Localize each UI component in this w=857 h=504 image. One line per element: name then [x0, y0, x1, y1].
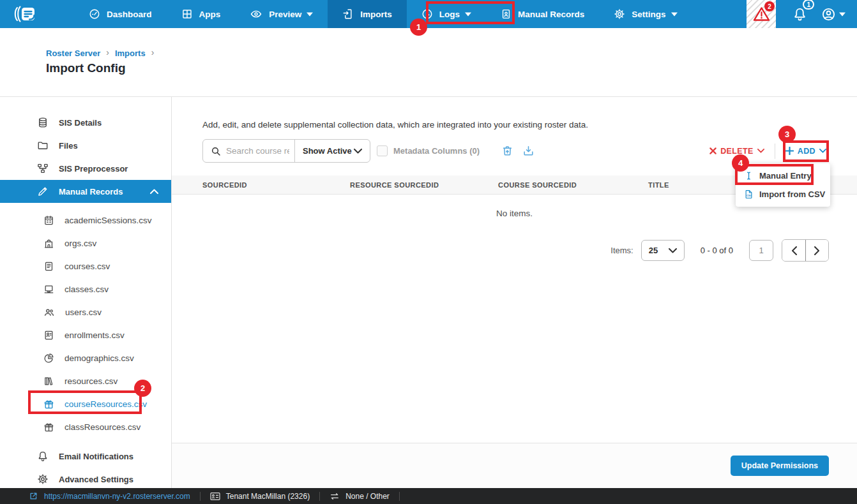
user-avatar-icon	[821, 7, 836, 22]
sidebar-item-courseresources-csv[interactable]: courseResources.csv	[0, 392, 171, 415]
sidebar: SIS Details Files SIS Preprocessor	[0, 97, 172, 488]
caret-down-icon	[671, 12, 678, 17]
primary-nav: Dashboard Apps Preview	[74, 0, 692, 28]
nav-apps[interactable]: Apps	[167, 0, 236, 28]
nav-settings[interactable]: Settings	[599, 0, 692, 28]
bell-icon	[37, 450, 49, 462]
nav-dashboard-label: Dashboard	[107, 10, 152, 19]
main-panel: Add, edit, and delete supplemental colle…	[172, 97, 857, 488]
text-cursor-icon	[744, 170, 754, 181]
nav-settings-label: Settings	[632, 10, 665, 19]
sidebar-label: academicSessions.csv	[64, 216, 152, 225]
chevron-right-icon	[814, 246, 820, 255]
col-header-sourcedid[interactable]: SOURCEDID	[202, 181, 350, 189]
metadata-columns-checkbox-row[interactable]: Metadata Columns (0)	[377, 145, 480, 156]
import-download-icon	[522, 145, 535, 157]
calendar-icon	[43, 215, 54, 226]
update-permissions-button[interactable]: Update Permissions	[731, 456, 829, 476]
tenant-url-link[interactable]: https://macmillanvn-ny-v2.rosterserver.c…	[44, 492, 190, 501]
books-icon	[43, 376, 54, 387]
col-header-course-sourcedid[interactable]: COURSE SOURCEDID	[498, 181, 648, 189]
manual-records-file-list: academicSessions.csv orgs.csv courses.cs…	[0, 209, 171, 438]
sidebar-item-resources-csv[interactable]: resources.csv	[0, 369, 171, 392]
next-page-button[interactable]	[805, 240, 828, 261]
chevron-down-icon	[757, 149, 764, 153]
pagination: Items: 25 0 - 0 of 0	[172, 239, 857, 262]
nav-manual-records[interactable]: Manual Records	[486, 0, 599, 28]
nav-logs-label: Logs	[439, 10, 460, 19]
sidebar-label: orgs.csv	[64, 239, 96, 248]
sidebar-item-classresources-csv[interactable]: classResources.csv	[0, 415, 171, 438]
sidebar-item-files[interactable]: Files	[0, 134, 171, 157]
app-logo[interactable]	[0, 0, 50, 28]
account-menu-button[interactable]	[815, 0, 857, 28]
sidebar-label: classes.csv	[64, 285, 109, 294]
sidebar-item-demographics-csv[interactable]: demographics.csv	[0, 346, 171, 369]
warnings-button[interactable]: 2	[747, 0, 776, 28]
show-active-select[interactable]: Show Active	[294, 140, 370, 162]
metadata-columns-checkbox[interactable]	[377, 145, 388, 156]
delete-button[interactable]: DELETE	[709, 147, 764, 156]
statusbar-divider	[399, 492, 400, 501]
sidebar-item-orgs-csv[interactable]: orgs.csv	[0, 232, 171, 255]
status-bar: https://macmillanvn-ny-v2.rosterserver.c…	[0, 488, 857, 504]
page-size-select[interactable]: 25	[641, 240, 685, 261]
menu-item-manual-entry[interactable]: Manual Entry	[736, 167, 830, 185]
notifications-button[interactable]: 1	[785, 0, 815, 28]
import-button[interactable]	[522, 145, 535, 157]
sidebar-item-academicsessions-csv[interactable]: academicSessions.csv	[0, 209, 171, 232]
add-label: ADD	[798, 147, 815, 156]
notification-count-badge: 1	[803, 0, 814, 10]
sidebar-item-classes-csv[interactable]: classes.csv	[0, 278, 171, 300]
sidebar-item-enrollments-csv[interactable]: enrollments.csv	[0, 323, 171, 346]
tenant-name[interactable]: Tenant MacMillan (2326)	[226, 492, 310, 501]
nav-imports[interactable]: Imports	[328, 0, 407, 28]
gift-icon	[43, 422, 54, 433]
nav-dashboard[interactable]: Dashboard	[74, 0, 167, 28]
breadcrumb: Roster Server › Imports ›	[46, 48, 857, 58]
nav-preview-label: Preview	[269, 10, 301, 19]
nav-logs[interactable]: Logs	[407, 0, 486, 28]
sidebar-item-sis-preprocessor[interactable]: SIS Preprocessor	[0, 157, 171, 180]
apps-icon	[181, 8, 193, 20]
breadcrumb-imports[interactable]: Imports	[115, 48, 146, 58]
chevron-down-icon	[819, 149, 826, 153]
sidebar-item-users-csv[interactable]: users.csv	[0, 300, 171, 323]
preview-icon	[250, 8, 262, 20]
gift-icon	[43, 399, 54, 410]
prev-page-button[interactable]	[782, 240, 805, 261]
breadcrumb-separator: ›	[106, 47, 109, 57]
page-number-input[interactable]	[749, 240, 773, 261]
plus-icon	[785, 147, 794, 155]
sidebar-item-advanced-settings[interactable]: Advanced Settings	[0, 468, 171, 488]
database-icon	[37, 117, 49, 128]
sidebar-item-courses-csv[interactable]: courses.csv	[0, 255, 171, 278]
manual-records-icon	[501, 8, 512, 20]
nav-preview[interactable]: Preview	[235, 0, 328, 28]
restore-deleted-button[interactable]	[501, 145, 513, 157]
sidebar-label: SIS Preprocessor	[59, 164, 128, 174]
environment-label[interactable]: None / Other	[345, 492, 390, 501]
page-description: Add, edit, and delete supplemental colle…	[172, 97, 857, 130]
chevron-down-icon	[669, 248, 677, 253]
breadcrumb-roster-server[interactable]: Roster Server	[46, 48, 100, 58]
pie-chart-icon	[43, 353, 54, 364]
sidebar-item-sis-details[interactable]: SIS Details	[0, 111, 171, 134]
sidebar-divider-gap	[0, 438, 171, 445]
show-active-value: Show Active	[303, 146, 352, 156]
swap-arrows-icon	[330, 492, 340, 501]
folder-icon	[37, 140, 49, 151]
items-per-page-label: Items:	[611, 246, 633, 255]
caret-down-icon	[465, 12, 471, 17]
menu-item-import-from-csv[interactable]: CSV Import from CSV	[736, 185, 830, 204]
nav-manual-records-label: Manual Records	[518, 10, 584, 19]
add-button[interactable]: ADD	[785, 147, 826, 156]
sidebar-item-email-notifications[interactable]: Email Notifications	[0, 445, 171, 468]
sidebar-item-manual-records[interactable]: Manual Records	[0, 180, 171, 203]
sidebar-label: SIS Details	[59, 118, 102, 128]
search-input[interactable]	[226, 146, 289, 156]
col-header-resource-sourcedid[interactable]: RESOURCE SOURCEDID	[350, 181, 498, 189]
caret-down-icon	[307, 12, 313, 17]
warning-count-badge: 2	[764, 1, 775, 11]
sidebar-label: enrollments.csv	[64, 330, 125, 340]
